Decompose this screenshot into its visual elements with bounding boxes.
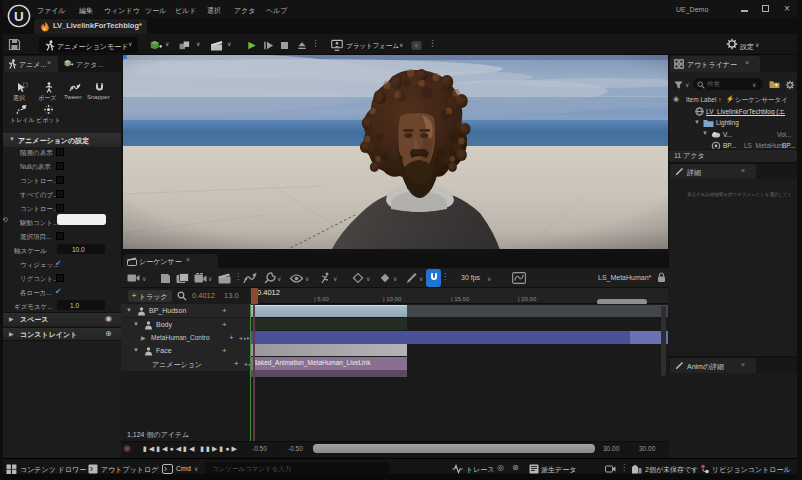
svg-text:U: U xyxy=(14,9,24,24)
